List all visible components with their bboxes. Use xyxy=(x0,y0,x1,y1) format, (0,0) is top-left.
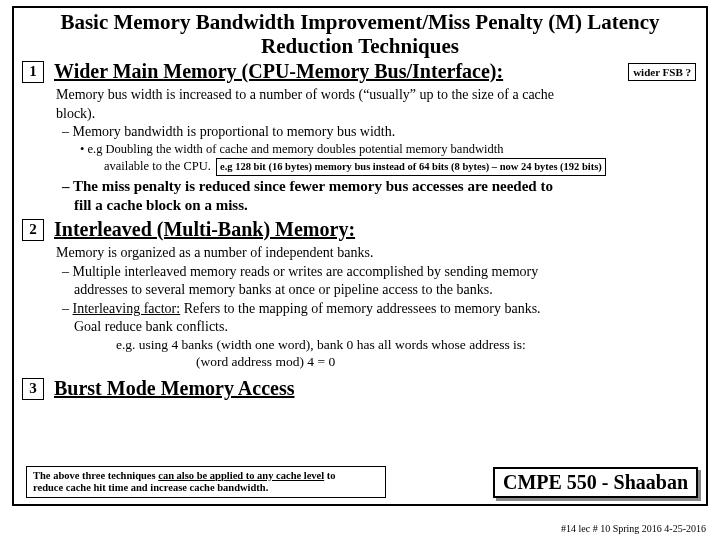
sec1-para-line-1: Memory bus width is increased to a numbe… xyxy=(56,86,694,104)
sec2-interleaving-rest: Refers to the mapping of memory addresse… xyxy=(180,301,540,316)
sec1-dash-2a: The miss penalty is reduced since fewer … xyxy=(56,177,694,196)
sec1-bullet-1b: available to the CPU. e.g 128 bit (16 by… xyxy=(56,158,694,175)
sec2-para-1: Memory is organized as a number of indep… xyxy=(56,244,694,262)
section-1-aside: wider FSB ? xyxy=(628,63,696,81)
sec2-example-2: (word address mod) 4 = 0 xyxy=(56,354,694,371)
sec2-dash-2b: Goal reduce bank conflicts. xyxy=(56,318,694,336)
footer-line-2: reduce cache hit time and increase cache… xyxy=(33,482,268,493)
sec1-example-box: e.g 128 bit (16 bytes) memory bus instea… xyxy=(216,158,606,175)
sec1-dash-2b: fill a cache block on a miss. xyxy=(56,196,694,215)
section-2-head: 2 Interleaved (Multi-Bank) Memory: xyxy=(14,216,706,243)
section-2-num: 2 xyxy=(22,219,44,241)
slide-title: Basic Memory Bandwidth Improvement/Miss … xyxy=(14,8,706,58)
footer-line-1-u: can also be applied to any cache level xyxy=(158,470,324,481)
section-3-title: Burst Mode Memory Access xyxy=(54,377,696,400)
section-3-num: 3 xyxy=(22,378,44,400)
slide-frame: Basic Memory Bandwidth Improvement/Miss … xyxy=(12,6,708,506)
section-1-num: 1 xyxy=(22,61,44,83)
title-line-2: Reduction Techniques xyxy=(261,34,459,58)
title-line-1: Basic Memory Bandwidth Improvement/Miss … xyxy=(60,10,659,34)
footer-note: The above three techniques can also be a… xyxy=(26,466,386,498)
course-badge: CMPE 550 - Shaaban xyxy=(493,467,698,498)
section-2-title: Interleaved (Multi-Bank) Memory: xyxy=(54,218,696,241)
sec2-dash-1b: addresses to several memory banks at onc… xyxy=(56,281,694,299)
section-1-body: Memory bus width is increased to a numbe… xyxy=(14,86,706,215)
section-2-body: Memory is organized as a number of indep… xyxy=(14,244,706,371)
sec2-example-1: e.g. using 4 banks (width one word), ban… xyxy=(56,337,694,354)
page-meta: #14 lec # 10 Spring 2016 4-25-2016 xyxy=(561,523,706,534)
sec2-interleaving-label: Interleaving factor: xyxy=(73,301,181,316)
sec2-dash-1a: Multiple interleaved memory reads or wri… xyxy=(56,263,694,281)
footer-line-1-pre: The above three techniques xyxy=(33,470,158,481)
section-3-head: 3 Burst Mode Memory Access xyxy=(14,375,706,402)
section-1-head: 1 Wider Main Memory (CPU-Memory Bus/Inte… xyxy=(14,58,706,85)
sec1-dash-1: Memory bandwidth is proportional to memo… xyxy=(56,123,694,141)
sec1-bullet-1a: e.g Doubling the width of cache and memo… xyxy=(56,142,694,158)
section-1-title: Wider Main Memory (CPU-Memory Bus/Interf… xyxy=(54,60,618,83)
sec1-para-line-2: block). xyxy=(56,105,694,123)
sec1-bullet-1b-text: available to the CPU. xyxy=(104,159,211,173)
sec2-dash-2: Interleaving factor: Refers to the mappi… xyxy=(56,300,694,318)
footer-line-1-post: to xyxy=(324,470,335,481)
